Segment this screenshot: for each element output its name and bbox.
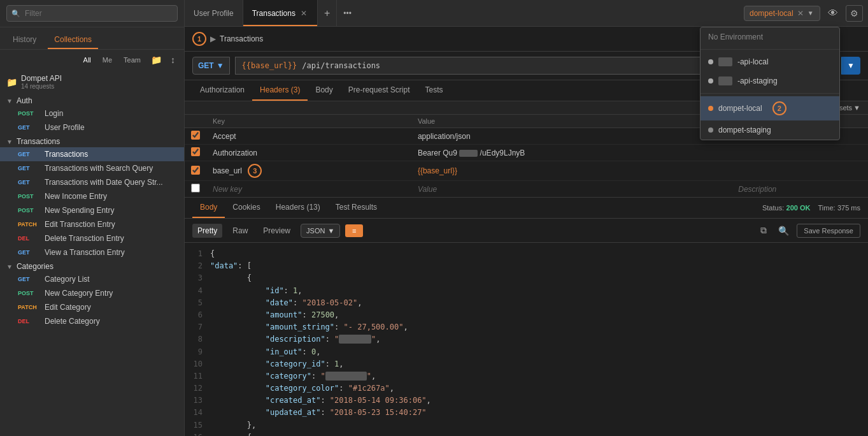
request-edit-category[interactable]: PATCH Edit Category [0, 300, 184, 314]
header-check-new[interactable] [191, 184, 200, 193]
group-header-categories[interactable]: ▼ Categories ••• [0, 259, 184, 272]
header-check-accept[interactable] [191, 131, 200, 140]
tab-list: User Profile Transactions ✕ + ••• [185, 0, 739, 26]
request-breadcrumb-text: Transactions [220, 34, 263, 43]
req-tab-tests[interactable]: Tests [417, 80, 450, 101]
request-transactions-search[interactable]: GET Transactions with Search Query [0, 161, 184, 175]
env-option-dompet-staging[interactable]: dompet-staging [701, 120, 839, 140]
request-delete-category[interactable]: DEL Delete Category [0, 314, 184, 328]
time-label-wrap: Time: 375 ms [818, 203, 860, 212]
request-view-transaction[interactable]: GET View a Transction Entry [0, 245, 184, 259]
req-tab-headers[interactable]: Headers (3) [252, 80, 308, 101]
method-select[interactable]: GET ▼ [192, 57, 230, 75]
gear-button[interactable]: ⚙ [846, 5, 863, 22]
response-meta: Status: 200 OK Time: 375 ms [762, 203, 860, 212]
tab-close-transactions[interactable]: ✕ [299, 8, 308, 19]
group-tab-team[interactable]: Team [120, 54, 145, 66]
response-tab-body[interactable]: Body [192, 198, 225, 218]
request-name-transactions-date: Transactions with Date Query Str... [45, 178, 178, 187]
header-check-authorization[interactable] [191, 147, 200, 156]
response-section: Body Cookies Headers (13) Test Results S… [185, 198, 868, 436]
group-name-transactions: Transactions [17, 137, 166, 146]
request-name-new-income: New Income Entry [45, 192, 178, 201]
request-delete-transaction[interactable]: DEL Delete Transction Entry [0, 231, 184, 245]
code-line-1: 1 { [185, 248, 868, 260]
format-type-arrow: ▼ [327, 227, 334, 235]
search-response-button[interactable]: 🔍 [774, 223, 793, 238]
request-name-new-spending: New Spending Entry [45, 206, 178, 215]
environment-selector[interactable]: dompet-local ✕ ▼ [744, 6, 820, 21]
req-tab-prerequest[interactable]: Pre-request Script [341, 80, 418, 101]
request-user-profile[interactable]: GET User Profile [0, 120, 184, 134]
save-response-button[interactable]: Save Response [797, 224, 860, 238]
request-new-spending[interactable]: POST New Spending Entry [0, 203, 184, 217]
sidebar-tab-bar: History Collections [0, 27, 184, 50]
collection-info: Dompet API 14 requests [21, 74, 62, 90]
tab-history[interactable]: History [6, 31, 43, 49]
env-clear-button[interactable]: ✕ [797, 9, 804, 18]
request-transactions-date[interactable]: GET Transactions with Date Query Str... [0, 175, 184, 189]
env-option-none[interactable]: No Environment [701, 27, 839, 47]
request-new-category[interactable]: POST New Category Entry [0, 286, 184, 300]
code-line-14: 14 "updated_at": "2018-05-23 15:40:27" [185, 407, 868, 419]
format-tab-pretty[interactable]: Pretty [192, 224, 222, 238]
group-arrow-transactions: ▼ [6, 138, 13, 145]
code-line-16: 16 { [185, 432, 868, 436]
header-row-new: New key Value Description [185, 181, 868, 198]
format-type-select[interactable]: JSON ▼ [301, 224, 340, 238]
response-tabs: Body Cookies Headers (13) Test Results [192, 198, 762, 218]
code-line-8: 8 "description": " ", [185, 333, 868, 345]
request-new-income[interactable]: POST New Income Entry [0, 189, 184, 203]
tab-transactions[interactable]: Transactions ✕ [243, 0, 318, 26]
response-tab-cookies[interactable]: Cookies [225, 198, 267, 218]
filter-input[interactable] [6, 5, 178, 22]
send-arrow-button[interactable]: ▼ [841, 57, 860, 75]
code-line-12: 12 "category_color": "#1c267a", [185, 382, 868, 395]
tab-user-profile[interactable]: User Profile [185, 0, 243, 26]
method-badge-get: GET [18, 249, 41, 256]
method-badge-get: GET [18, 276, 41, 282]
request-category-list[interactable]: GET Category List [0, 272, 184, 286]
method-badge-post: POST [18, 110, 41, 117]
group-header-transactions[interactable]: ▼ Transactions ••• [0, 134, 184, 147]
tab-more-button[interactable]: ••• [337, 0, 358, 26]
env-option-api-local[interactable]: -api-local [701, 52, 839, 71]
request-transactions[interactable]: GET Transactions [0, 147, 184, 161]
req-tab-authorization[interactable]: Authorization [192, 80, 252, 101]
request-name-login: Login [45, 109, 178, 118]
copy-button[interactable]: ⧉ [757, 222, 771, 238]
request-name-category-list: Category List [45, 275, 178, 284]
tab-collections[interactable]: Collections [48, 31, 98, 49]
topbar: User Profile Transactions ✕ + ••• [185, 0, 739, 27]
code-line-3: 3 { [185, 272, 868, 284]
env-option-dompet-local[interactable]: dompet-local 2 [701, 96, 839, 120]
env-option-api-staging[interactable]: -api-staging [701, 71, 839, 91]
collection-dompet-api[interactable]: 📁 Dompet API 14 requests ••• [0, 70, 184, 94]
format-type-label: JSON [306, 227, 325, 235]
header-check-baseurl[interactable] [191, 166, 200, 175]
tab-add-button[interactable]: + [318, 0, 337, 26]
headers-col-key: Key [206, 115, 411, 128]
new-folder-button[interactable]: 📁 [148, 54, 164, 66]
time-value: 375 ms [837, 204, 860, 212]
wrap-toggle-button[interactable]: ≡ [345, 224, 363, 237]
sort-button[interactable]: ↕ [168, 54, 178, 66]
tab-user-profile-label: User Profile [194, 9, 234, 18]
group-tab-all[interactable]: All [80, 54, 95, 66]
format-tab-raw[interactable]: Raw [227, 224, 253, 238]
headers-col-check [185, 115, 206, 128]
group-tab-me[interactable]: Me [99, 54, 116, 66]
response-tab-headers[interactable]: Headers (13) [268, 198, 328, 218]
request-edit-transaction[interactable]: PATCH Edit Transction Entry [0, 217, 184, 231]
request-login[interactable]: POST Login [0, 106, 184, 120]
req-tab-body[interactable]: Body [308, 80, 340, 101]
format-tab-preview[interactable]: Preview [258, 224, 295, 238]
eye-button[interactable]: 👁 [824, 5, 842, 22]
header-new-value: Value [411, 181, 732, 198]
response-tab-tests[interactable]: Test Results [328, 198, 385, 218]
method-badge-del: DEL [18, 318, 41, 324]
env-dot-dompet-local [708, 106, 713, 111]
group-header-auth[interactable]: ▼ Auth ••• [0, 94, 184, 106]
main-content: 1 ▶ Transactions GET ▼ {{base_url}} /api… [185, 27, 868, 436]
status-label: Status: 200 OK [762, 203, 811, 212]
